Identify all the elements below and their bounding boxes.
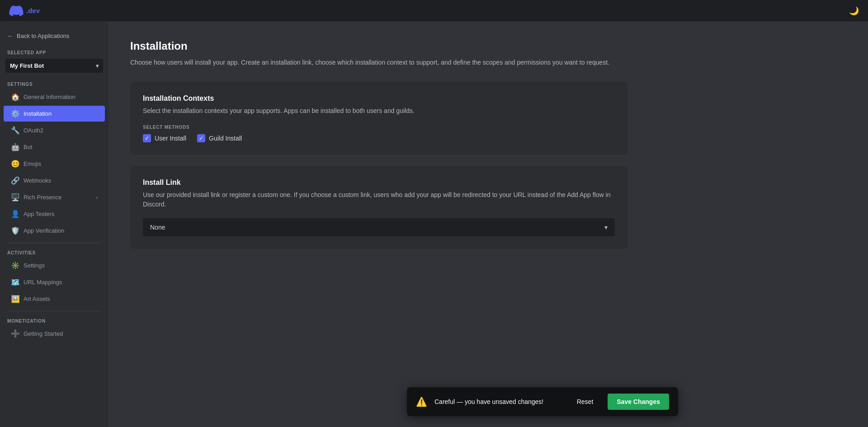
sidebar-item-bot-label: Bot (24, 144, 33, 150)
activities-settings-icon: ✳️ (11, 261, 19, 270)
installation-contexts-card: Installation Contexts Select the install… (130, 82, 627, 155)
guild-install-checkbox-item[interactable]: ✓ Guild Install (197, 134, 242, 142)
app-testers-icon: 👤 (11, 210, 19, 218)
install-link-dropdown[interactable]: None ▾ (143, 218, 615, 236)
sidebar-item-app-testers-label: App Testers (24, 211, 54, 217)
theme-toggle-icon[interactable]: 🌙 (849, 6, 859, 16)
sidebar-item-rich-presence[interactable]: 🖥️ Rich Presence › (4, 189, 105, 205)
sidebar-item-url-mappings-label: URL Mappings (24, 279, 62, 286)
bot-icon: 🤖 (11, 143, 19, 151)
warning-icon: ⚠️ (416, 396, 427, 407)
sidebar-item-webhooks[interactable]: 🔗 Webhooks (4, 173, 105, 188)
sidebar-item-app-verification-label: App Verification (24, 227, 64, 234)
back-arrow-icon: ← (7, 33, 13, 39)
chevron-right-icon: › (96, 195, 98, 200)
page-title: Installation (130, 40, 846, 52)
selected-app-label: SELECTED APP (0, 47, 108, 57)
dropdown-chevron-icon: ▾ (604, 224, 608, 231)
notification-bar: ⚠️ Careful — you have unsaved changes! R… (407, 387, 678, 416)
sidebar-item-activities-settings[interactable]: ✳️ Settings (4, 258, 105, 273)
sidebar-divider-2 (7, 311, 101, 311)
main-layout: ← Back to Applications SELECTED APP My F… (0, 22, 868, 427)
install-link-selected-value: None (150, 224, 165, 231)
guild-install-label: Guild Install (209, 135, 242, 142)
user-install-label: User Install (155, 135, 186, 142)
discord-logo: .dev (9, 5, 40, 16)
topbar-right: 🌙 (849, 6, 859, 16)
activities-section-label: ACTIVITIES (0, 247, 108, 257)
topbar: .dev 🌙 (0, 0, 868, 22)
home-icon: 🏠 (11, 93, 19, 101)
sidebar-item-app-verification[interactable]: 🛡️ App Verification (4, 223, 105, 239)
sidebar-item-bot[interactable]: 🤖 Bot (4, 139, 105, 155)
sidebar-item-webhooks-label: Webhooks (24, 177, 51, 184)
checkmark-icon-2: ✓ (199, 135, 203, 141)
install-link-card: Install Link Use our provided install li… (130, 166, 627, 249)
guild-install-checkbox[interactable]: ✓ (197, 134, 205, 142)
url-mappings-icon: 🗺️ (11, 278, 19, 286)
page-description: Choose how users will install your app. … (130, 58, 627, 67)
main-content: Installation Choose how users will insta… (108, 22, 868, 427)
back-to-applications[interactable]: ← Back to Applications (0, 29, 108, 47)
notification-message: Careful — you have unsaved changes! (434, 398, 562, 405)
sidebar: ← Back to Applications SELECTED APP My F… (0, 22, 108, 427)
settings-section-label: SETTINGS (0, 78, 108, 89)
webhook-icon: 🔗 (11, 176, 19, 185)
sidebar-item-general-information[interactable]: 🏠 General Information (4, 89, 105, 105)
sidebar-item-oauth2[interactable]: 🔧 OAuth2 (4, 122, 105, 138)
app-selector[interactable]: My First Bot ▾ (5, 59, 103, 73)
sidebar-item-app-testers[interactable]: 👤 App Testers (4, 206, 105, 222)
sidebar-item-getting-started[interactable]: ➕ Getting Started (4, 326, 105, 342)
gear-icon: ⚙️ (11, 109, 19, 118)
installation-contexts-description: Select the installation contexts your ap… (143, 106, 615, 116)
oauth2-icon: 🔧 (11, 126, 19, 135)
sidebar-item-emojis[interactable]: 😊 Emojis (4, 156, 105, 172)
sidebar-item-getting-started-label: Getting Started (24, 330, 63, 337)
save-changes-button[interactable]: Save Changes (608, 394, 669, 410)
sidebar-item-activities-settings-label: Settings (24, 262, 45, 269)
sidebar-item-emojis-label: Emojis (24, 160, 41, 167)
logo-text: .dev (26, 7, 40, 14)
getting-started-icon: ➕ (11, 329, 19, 338)
installation-contexts-title: Installation Contexts (143, 94, 615, 103)
sidebar-item-general-information-label: General Information (24, 94, 75, 100)
sidebar-item-url-mappings[interactable]: 🗺️ URL Mappings (4, 274, 105, 290)
sidebar-item-art-assets-label: Art Assets (24, 296, 50, 302)
sidebar-item-rich-presence-label: Rich Presence (24, 194, 62, 201)
checkmark-icon: ✓ (145, 135, 149, 141)
art-assets-icon: 🖼️ (11, 295, 19, 303)
user-install-checkbox-item[interactable]: ✓ User Install (143, 134, 186, 142)
app-selector-chevron-icon: ▾ (96, 63, 99, 69)
app-name: My First Bot (10, 62, 44, 69)
sidebar-item-installation[interactable]: ⚙️ Installation (4, 106, 105, 122)
sidebar-item-oauth2-label: OAuth2 (24, 127, 43, 134)
install-link-description: Use our provided install link or registe… (143, 190, 615, 209)
reset-button[interactable]: Reset (570, 394, 601, 409)
select-methods-label: SELECT METHODS (143, 125, 615, 130)
install-link-title: Install Link (143, 178, 615, 187)
monetization-section-label: MONETIZATION (0, 315, 108, 325)
app-verification-icon: 🛡️ (11, 226, 19, 235)
sidebar-item-art-assets[interactable]: 🖼️ Art Assets (4, 291, 105, 307)
sidebar-divider (7, 243, 101, 243)
back-label: Back to Applications (17, 33, 69, 39)
checkboxes-row: ✓ User Install ✓ Guild Install (143, 134, 615, 142)
rich-presence-icon: 🖥️ (11, 193, 19, 202)
user-install-checkbox[interactable]: ✓ (143, 134, 151, 142)
sidebar-item-installation-label: Installation (24, 110, 52, 117)
emoji-icon: 😊 (11, 160, 19, 168)
